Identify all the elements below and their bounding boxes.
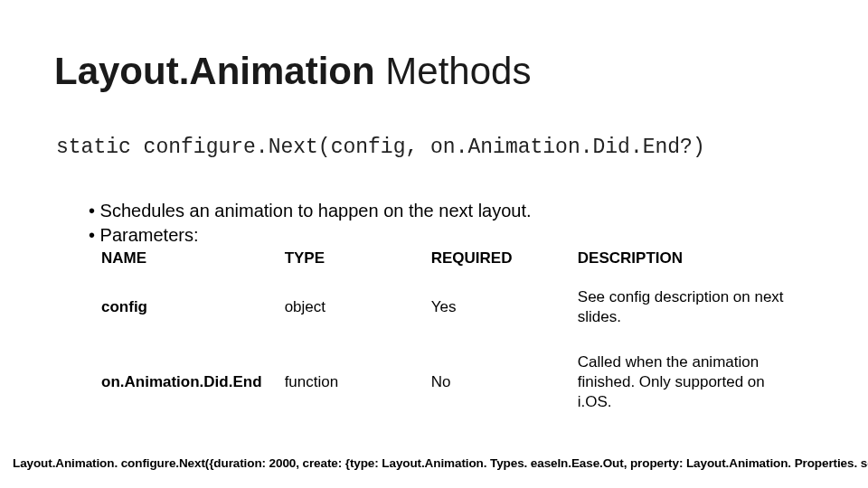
slide: Layout.Animation Methods static configur… — [0, 0, 868, 488]
param-required: Yes — [431, 275, 578, 340]
col-header-type: TYPE — [285, 246, 431, 275]
col-header-name: NAME — [101, 246, 285, 275]
param-description: See config description on next slides. — [578, 275, 797, 340]
footer-code-sample: Layout.Animation. configure.Next({durati… — [13, 456, 855, 470]
param-name: on.Animation.Did.End — [101, 340, 285, 425]
bullet-item: Parameters: — [89, 223, 532, 248]
col-header-required: REQUIRED — [431, 246, 578, 275]
bullet-list: Schedules an animation to happen on the … — [89, 199, 532, 248]
table-row: config object Yes See config description… — [101, 275, 797, 340]
method-signature: static configure.Next(config, on.Animati… — [56, 136, 705, 159]
param-type: object — [285, 275, 431, 340]
param-description: Called when the animation finished. Only… — [578, 340, 797, 425]
param-type: function — [285, 340, 431, 425]
page-title: Layout.Animation Methods — [54, 52, 531, 90]
table-row: on.Animation.Did.End function No Called … — [101, 340, 797, 425]
parameters-table: NAME TYPE REQUIRED DESCRIPTION config ob… — [101, 246, 797, 425]
table-header-row: NAME TYPE REQUIRED DESCRIPTION — [101, 246, 797, 275]
bullet-item: Schedules an animation to happen on the … — [89, 199, 532, 223]
param-name: config — [101, 275, 285, 340]
col-header-description: DESCRIPTION — [578, 246, 797, 275]
title-bold: Layout.Animation — [54, 50, 375, 92]
param-required: No — [431, 340, 578, 425]
title-light: Methods — [375, 50, 532, 92]
